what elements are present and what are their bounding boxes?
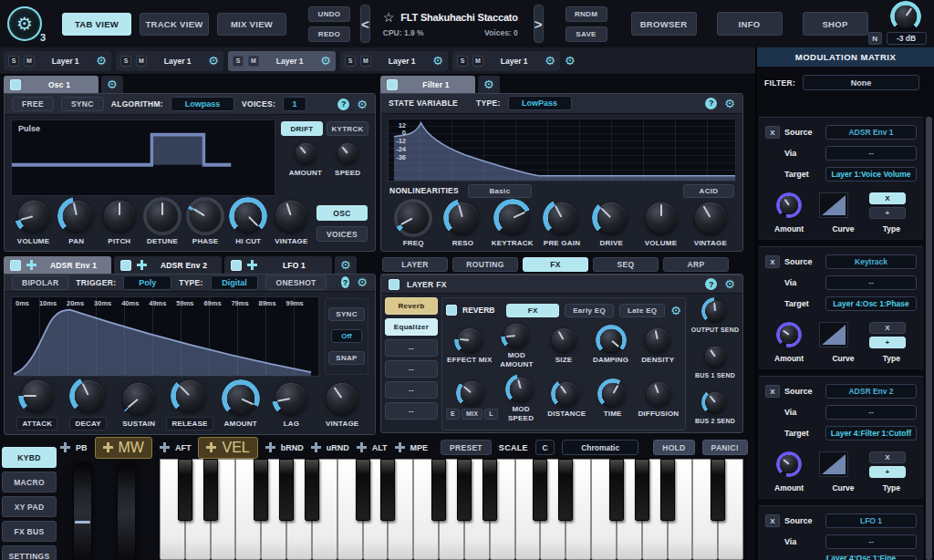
mod-type-x-button[interactable]: X — [869, 322, 906, 334]
mod-source-value[interactable]: ADSR Env 2 — [825, 384, 917, 399]
mod-amount-knob[interactable] — [780, 196, 798, 214]
effect-mix-knob[interactable] — [458, 328, 482, 352]
osc-detune-knob[interactable] — [147, 201, 178, 232]
osc-waveform-display[interactable]: Pulse — [11, 119, 275, 196]
density-knob[interactable] — [646, 328, 669, 352]
nonlinearities-value-button[interactable]: Basic — [468, 184, 532, 198]
osc-mode-button[interactable]: OSC — [317, 205, 368, 221]
env-snap-button[interactable]: SNAP — [328, 351, 365, 365]
env1-enable-checkbox[interactable] — [10, 260, 21, 271]
kytrck-button[interactable]: KYTRCK — [327, 121, 368, 136]
layer-fx-checkbox[interactable] — [389, 279, 400, 290]
solo-button[interactable]: S — [457, 56, 468, 67]
fx-settings-gear-icon[interactable]: ⚙ — [724, 278, 735, 290]
mod-target-value[interactable]: Layer 4:Osc 1:Phase — [825, 296, 917, 311]
mod-type-x-button[interactable]: X — [869, 451, 906, 463]
layer-gear-icon[interactable]: ⚙ — [320, 55, 331, 67]
piano-key-black[interactable] — [457, 459, 472, 521]
env1-drag-icon[interactable] — [26, 260, 36, 270]
fx-bus-tab[interactable]: FX BUS — [2, 521, 57, 542]
bus2-send-knob[interactable] — [705, 392, 725, 412]
filter-tab[interactable]: Filter 1 — [380, 76, 475, 93]
layer-tab-2[interactable]: S M Layer 1 ⚙ — [116, 51, 223, 71]
filter-keytrack-knob[interactable] — [497, 202, 528, 233]
drift-speed-knob[interactable] — [337, 143, 358, 163]
mod-source-value[interactable]: LFO 1 — [825, 513, 917, 528]
early-late-mix-knob[interactable] — [460, 381, 483, 405]
layer-tab-4[interactable]: S M Layer 1 ⚙ — [340, 51, 448, 71]
osc-tab-gear-icon[interactable]: ⚙ — [101, 76, 123, 93]
aft-drag-icon[interactable] — [160, 442, 170, 452]
filter-drive-knob[interactable] — [596, 202, 627, 233]
osc-sync-button[interactable]: SYNC — [61, 97, 104, 111]
mpe-drag-icon[interactable] — [395, 442, 405, 452]
output-send-knob[interactable] — [705, 301, 725, 321]
solo-button[interactable]: S — [345, 56, 356, 67]
fx-help-icon[interactable]: ? — [705, 278, 717, 290]
remove-slot-button[interactable]: X — [765, 126, 780, 139]
layer-gear-icon[interactable]: ⚙ — [96, 55, 107, 67]
modulators-gear-icon[interactable]: ⚙ — [335, 256, 357, 274]
reverb-gear-icon[interactable]: ⚙ — [670, 305, 681, 316]
remove-slot-button[interactable]: X — [765, 385, 780, 398]
piano-key-black[interactable] — [305, 459, 319, 521]
env-attack-knob[interactable] — [22, 380, 53, 411]
osc-help-icon[interactable]: ? — [337, 99, 349, 110]
pitch-bend-wheel[interactable] — [74, 463, 91, 560]
info-button[interactable]: INFO — [717, 12, 783, 36]
brnd-control[interactable]: bRND — [265, 442, 304, 452]
oneshot-button[interactable]: ONESHOT — [265, 275, 326, 290]
filter-settings-gear-icon[interactable]: ⚙ — [724, 98, 735, 109]
layer-tab-1[interactable]: S M Layer 1 ⚙ — [4, 51, 111, 71]
mod-curve-display[interactable] — [819, 192, 848, 218]
fx-slot-empty[interactable]: -- — [385, 360, 438, 378]
solo-button[interactable]: S — [8, 56, 19, 67]
acid-button[interactable]: ACID — [683, 184, 734, 198]
mod-curve-display[interactable] — [819, 322, 848, 347]
layer-tab-5[interactable]: S M Layer 1 ⚙ — [452, 51, 560, 71]
mod-source-value[interactable]: ADSR Env 1 — [825, 125, 917, 140]
layer-gear-icon[interactable]: ⚙ — [545, 55, 555, 67]
alt-control[interactable]: ALT — [357, 442, 388, 452]
hold-button[interactable]: HOLD — [653, 440, 694, 455]
solo-button[interactable]: S — [120, 56, 131, 67]
size-knob[interactable] — [552, 328, 576, 352]
mute-button[interactable]: M — [248, 56, 259, 67]
macro-tab[interactable]: MACRO — [2, 472, 57, 493]
piano-key-black[interactable] — [711, 459, 725, 521]
mod-via-value[interactable]: -- — [825, 275, 917, 290]
piano-key-black[interactable] — [483, 459, 497, 521]
fx-slot-empty[interactable]: -- — [385, 402, 438, 420]
env-release-knob[interactable] — [174, 380, 205, 411]
filter-enable-checkbox[interactable] — [387, 79, 398, 90]
routing-tab-button[interactable]: ROUTING — [452, 257, 518, 272]
osc-phase-knob[interactable] — [190, 201, 221, 232]
bipolar-button[interactable]: BIPOLAR — [12, 275, 68, 290]
osc-pan-knob[interactable] — [61, 201, 92, 232]
arp-tab-button[interactable]: ARP — [663, 257, 729, 272]
env-vintage-knob[interactable] — [327, 383, 358, 414]
filter-type-value[interactable]: LowPass — [508, 96, 572, 110]
env-type-value[interactable]: Digital — [211, 275, 259, 290]
save-button[interactable]: SAVE — [566, 26, 607, 42]
mute-button[interactable]: M — [24, 56, 35, 67]
env-sync-value[interactable]: Off — [331, 329, 362, 343]
next-preset-button[interactable]: > — [534, 5, 544, 43]
urnd-drag-icon[interactable] — [311, 442, 321, 452]
osc-free-button[interactable]: FREE — [12, 97, 54, 111]
env2-enable-checkbox[interactable] — [120, 260, 131, 271]
scale-value[interactable]: Chromatic — [562, 440, 638, 455]
env-lag-knob[interactable] — [275, 383, 306, 414]
mod-curve-display[interactable] — [819, 451, 848, 477]
mix-view-button[interactable]: MIX VIEW — [217, 13, 286, 36]
panic-button[interactable]: PANIC! — [702, 440, 748, 455]
fx-slot-reverb[interactable]: Reverb — [385, 297, 438, 315]
mod-amount-knob[interactable] — [780, 326, 798, 344]
seq-tab-button[interactable]: SEQ — [593, 257, 659, 272]
late-button[interactable]: L — [484, 409, 498, 420]
piano-key-black[interactable] — [431, 459, 446, 521]
brnd-drag-icon[interactable] — [265, 442, 275, 452]
mod-via-value[interactable]: -- — [825, 405, 917, 420]
lfo1-drag-icon[interactable] — [247, 260, 257, 270]
drift-amount-knob[interactable] — [296, 143, 316, 163]
